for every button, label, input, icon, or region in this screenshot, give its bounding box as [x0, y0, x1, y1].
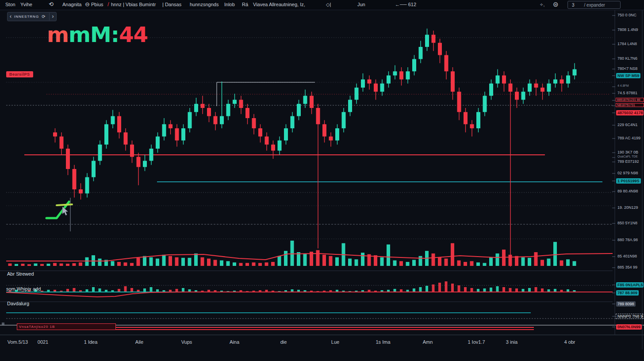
volume-bar [137, 258, 140, 266]
volume-bar [553, 242, 557, 266]
candle-body [380, 84, 384, 92]
price-axis[interactable]: 750 0 0NC7808 1.4N91784 L4N8780 KL7N6780… [616, 10, 643, 349]
volume-bar [130, 263, 134, 266]
menu-item-0[interactable]: Ston [5, 2, 15, 7]
logo-icon[interactable]: ⟲ [49, 1, 54, 8]
volume-bar [393, 261, 397, 266]
candle-body [284, 128, 288, 141]
price-label-15: 789 E07192 [617, 159, 642, 164]
price-label-11: 229 6C4N1 [617, 123, 642, 127]
menu-item-5[interactable]: Pbius [91, 2, 104, 7]
volume-bar [348, 259, 352, 266]
volume-bar [258, 263, 262, 266]
symbol-search-box[interactable]: 3 / expander [567, 1, 621, 9]
volume-bar [322, 255, 326, 266]
volume-bar [27, 264, 31, 266]
indicator-bar [451, 284, 454, 292]
candle-body [73, 169, 77, 189]
volume-bar [92, 255, 95, 266]
price-label-13: 190 3K7 0B [617, 150, 642, 154]
price-label-19: 19. 20N129 [617, 205, 642, 210]
time-axis[interactable]: Vom.5/1300211 IdeaAileVupsAinadieLue1s I… [0, 338, 644, 348]
price-label-4: 780<7 NS8 [617, 66, 642, 71]
price-label-18: 89 80.4N98 [617, 189, 642, 193]
minus-circle-icon[interactable]: ⊖ [85, 1, 90, 8]
candle-body [348, 100, 352, 112]
volume-bar [265, 262, 268, 266]
volume-bar [226, 261, 230, 266]
bottom-left-badge: VnsaTAnjlso20 1B [17, 323, 116, 330]
candle-body [181, 128, 185, 141]
menu-item-1[interactable]: Yvihe [20, 2, 32, 7]
candle-body [361, 80, 365, 88]
sparkle-icon[interactable]: ✧, [540, 2, 544, 7]
pane-label-indicator-2[interactable]: som Whipix add [6, 286, 41, 292]
volume-bar [284, 251, 288, 266]
nav-next-button[interactable]: › [49, 13, 54, 20]
price-label-teal: F85 0N1APL5 [616, 282, 644, 288]
time-label-6: die [280, 339, 287, 345]
candle-body [310, 96, 314, 108]
menu-item-8[interactable]: | Dansas [162, 2, 181, 7]
volume-bar [169, 256, 172, 266]
price-label-21: 880 78A.98 [617, 238, 642, 242]
menu-item-7[interactable]: hnnz | Vbias Bumintr [111, 2, 156, 7]
slash-icon[interactable]: / [107, 1, 109, 8]
candle-body [342, 112, 346, 128]
candle-body [143, 161, 147, 167]
menu-item-9[interactable]: hunnzsngnds [190, 2, 218, 7]
pane-label-indicator-3[interactable]: Davdalurg [7, 301, 29, 306]
volume-bar [534, 252, 538, 266]
indicator-bar [458, 285, 460, 292]
volume-bar [233, 262, 236, 266]
indicator-bar [426, 286, 428, 292]
settings-circle-icon[interactable]: ⊜ [553, 0, 559, 8]
volume-bar [194, 253, 198, 266]
price-label-red: 4875032 4178 [616, 110, 644, 115]
refresh-icon[interactable]: ⟳ [42, 14, 45, 19]
nav-label: INNESTRNG [14, 15, 39, 19]
menu-item-12[interactable]: Viavea Allreautnineg, Iz, [253, 2, 305, 7]
price-label-tiny: 4 4.8FM [617, 84, 642, 87]
volume-bar [220, 261, 223, 266]
volume-bar [483, 263, 487, 266]
indicator-red-line [6, 292, 613, 297]
menu-item-13[interactable]: ◇| [326, 2, 331, 8]
candle-body [66, 149, 70, 169]
pane-label-indicator-1[interactable]: Abr Strewed [7, 271, 34, 277]
menu-item-3[interactable]: Anagnita [62, 2, 81, 7]
candle-body [322, 124, 326, 137]
price-label-white: NNNP0 7N8 938 [616, 314, 643, 319]
menu-item-14[interactable]: Jun [357, 2, 365, 7]
candle-body [104, 124, 108, 145]
volume-bar [303, 253, 307, 266]
menu-item-11[interactable]: Rá [242, 2, 248, 7]
candle-body [252, 118, 256, 128]
chart-canvas[interactable] [0, 0, 644, 361]
volume-bar [451, 243, 454, 266]
candle-body [245, 108, 249, 118]
candle-body [534, 84, 538, 88]
volume-bar [560, 261, 564, 266]
candle-body [368, 80, 372, 84]
price-label-0: 750 0 0NC [617, 13, 642, 17]
menu-item-10[interactable]: Inlob [224, 2, 235, 7]
candle-body [137, 157, 141, 167]
volume-bar [573, 261, 576, 266]
nav-prev-button[interactable]: ‹ [10, 13, 12, 20]
volume-bar [201, 257, 204, 266]
price-label-teal: NW SP M59 [616, 73, 640, 78]
volume-bar [419, 256, 422, 266]
candle-body [233, 100, 237, 104]
candle-body [124, 132, 128, 145]
price-label-strip: 88518751231 8E [616, 98, 644, 102]
volume-bar [547, 259, 551, 266]
menu-item-15[interactable]: ←── 612 [395, 2, 416, 7]
volume-bar [291, 241, 294, 266]
candle-body [419, 47, 423, 59]
candle-body [483, 96, 487, 112]
trading-app: StonYvihe⟲Anagnita⊖Pbius/hnnz | Vbias Bu… [0, 0, 644, 361]
candle-body [188, 112, 192, 128]
candle-body [258, 128, 262, 136]
volume-bar [34, 264, 38, 266]
